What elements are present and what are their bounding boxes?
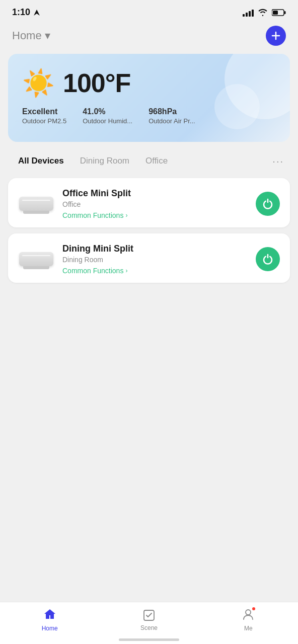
weather-stat-pm25: Excellent Outdoor PM2.5 bbox=[22, 107, 66, 125]
nav-me-label: Me bbox=[244, 625, 253, 632]
tabs-bar: All Devices Dining Room Office ··· bbox=[0, 152, 298, 170]
home-indicator bbox=[119, 638, 179, 641]
svg-point-7 bbox=[246, 610, 251, 615]
device-room-office: Office bbox=[62, 200, 248, 208]
battery-icon bbox=[272, 9, 286, 16]
weather-stats: Excellent Outdoor PM2.5 41.0% Outdoor Hu… bbox=[22, 107, 276, 125]
power-button-office[interactable] bbox=[256, 192, 280, 216]
sun-icon: ☀️ bbox=[22, 70, 55, 96]
device-room-dining: Dining Room bbox=[62, 256, 248, 264]
me-icon-wrapper bbox=[241, 607, 255, 623]
nav-home-label: Home bbox=[42, 625, 58, 632]
pm25-label: Outdoor PM2.5 bbox=[22, 117, 66, 125]
device-info-office: Office Mini Split Office Common Function… bbox=[62, 188, 248, 219]
signal-icon bbox=[243, 9, 254, 17]
tab-office[interactable]: Office bbox=[137, 152, 176, 170]
humidity-value: 41.0% bbox=[83, 107, 132, 116]
ac-unit-icon bbox=[19, 197, 53, 211]
devices-list: Office Mini Split Office Common Function… bbox=[0, 178, 298, 283]
pressure-label: Outdoor Air Pr... bbox=[148, 117, 195, 125]
add-button[interactable] bbox=[266, 26, 286, 46]
device-image-office bbox=[18, 191, 54, 217]
time-display: 1:10 bbox=[12, 7, 30, 18]
status-time: 1:10 bbox=[12, 7, 40, 18]
wifi-icon bbox=[258, 9, 268, 17]
weather-stat-humidity: 41.0% Outdoor Humid... bbox=[83, 107, 132, 125]
device-image-dining bbox=[18, 246, 54, 272]
temperature-display: 100°F bbox=[63, 68, 130, 98]
notification-badge bbox=[251, 606, 256, 611]
tab-all-devices[interactable]: All Devices bbox=[10, 152, 72, 170]
scene-icon bbox=[142, 608, 156, 622]
device-card-office-mini-split: Office Mini Split Office Common Function… bbox=[8, 178, 290, 227]
common-functions-office[interactable]: Common Functions › bbox=[62, 211, 248, 219]
status-bar: 1:10 bbox=[0, 0, 298, 22]
tab-dining-room[interactable]: Dining Room bbox=[72, 152, 137, 170]
common-functions-dining[interactable]: Common Functions › bbox=[62, 267, 248, 275]
nav-me[interactable]: Me bbox=[228, 607, 268, 632]
navigation-icon bbox=[33, 9, 40, 16]
dropdown-icon: ▾ bbox=[45, 29, 50, 42]
pm25-value: Excellent bbox=[22, 107, 66, 116]
tab-more-button[interactable]: ··· bbox=[268, 153, 288, 169]
device-info-dining: Dining Mini Split Dining Room Common Fun… bbox=[62, 244, 248, 275]
nav-scene[interactable]: Scene bbox=[129, 608, 169, 631]
weather-card: ☀️ 100°F Excellent Outdoor PM2.5 41.0% O… bbox=[8, 54, 290, 142]
nav-home[interactable]: Home bbox=[30, 607, 70, 632]
header: Home ▾ bbox=[0, 22, 298, 54]
device-card-dining-mini-split: Dining Mini Split Dining Room Common Fun… bbox=[8, 233, 290, 283]
device-name-dining: Dining Mini Split bbox=[62, 244, 248, 254]
humidity-label: Outdoor Humid... bbox=[83, 117, 132, 125]
power-button-dining[interactable] bbox=[256, 247, 280, 271]
chevron-icon: › bbox=[125, 212, 127, 219]
svg-rect-3 bbox=[273, 11, 278, 15]
nav-scene-label: Scene bbox=[140, 624, 158, 631]
chevron-icon-dining: › bbox=[125, 267, 127, 274]
home-icon bbox=[43, 607, 57, 621]
status-icons bbox=[243, 9, 286, 17]
weather-stat-pressure: 968hPa Outdoor Air Pr... bbox=[148, 107, 195, 125]
header-title-group[interactable]: Home ▾ bbox=[12, 29, 50, 42]
pressure-value: 968hPa bbox=[148, 107, 195, 116]
home-icon-wrapper bbox=[43, 607, 57, 623]
device-name-office: Office Mini Split bbox=[62, 188, 248, 199]
svg-marker-0 bbox=[34, 10, 40, 16]
page-title: Home bbox=[12, 29, 42, 42]
svg-rect-2 bbox=[284, 11, 286, 14]
ac-unit-icon-dining bbox=[19, 252, 53, 266]
bottom-nav: Home Scene Me bbox=[0, 602, 298, 644]
weather-top: ☀️ 100°F bbox=[22, 68, 276, 98]
